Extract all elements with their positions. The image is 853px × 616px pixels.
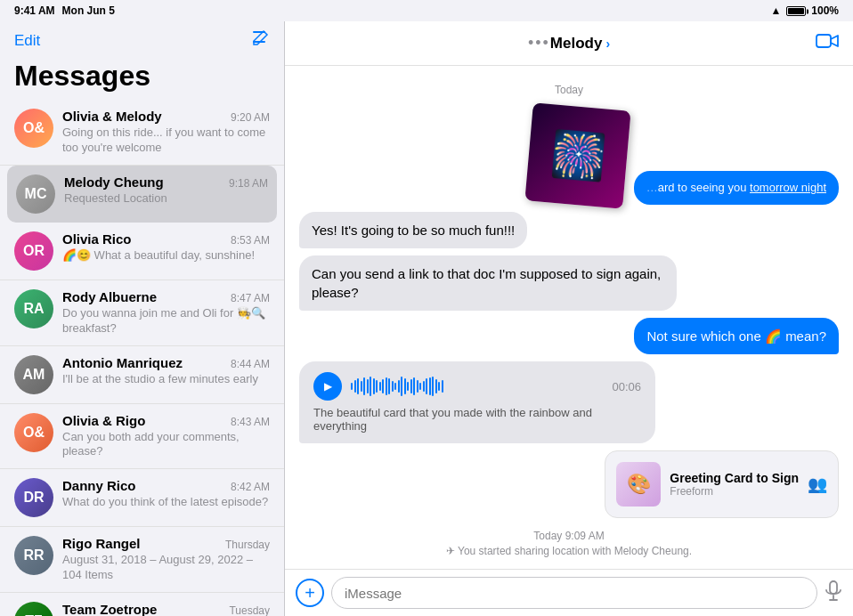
battery-percent: 100%: [811, 4, 839, 17]
conversation-item-antonio-manriquez[interactable]: AM Antonio Manriquez 8:44 AM I'll be at …: [0, 346, 284, 404]
avatar-olivia-rico: OR: [14, 231, 53, 271]
card-attachment[interactable]: 🎨 Greeting Card to Sign Freeform 👥: [605, 450, 839, 518]
conv-content-olivia-melody: Olivia & Melody 9:20 AM Going on this ri…: [62, 109, 270, 156]
conv-content-olivia-rigo: Olivia & Rigo 8:43 AM Can you both add y…: [62, 413, 270, 460]
conv-name-antonio-manriquez: Antonio Manriquez: [62, 355, 183, 370]
status-bar-right: ▲ 100%: [770, 4, 839, 17]
conversation-item-danny-rico[interactable]: DR Danny Rico 8:42 AM What do you think …: [0, 469, 284, 527]
card-thumbnail: 🎨: [616, 462, 661, 507]
status-bar-left: 9:41 AM Mon Jun 5: [14, 4, 115, 17]
app-container: Edit Messages O& Olivia & Melody 9:20 AM: [0, 21, 853, 616]
audio-caption: The beautiful card that you made with th…: [313, 406, 641, 433]
conv-preview-rigo-rangel: August 31, 2018 – August 29, 2022 – 104 …: [62, 553, 270, 583]
status-time: 9:41 AM: [14, 4, 55, 17]
conv-preview-antonio-manriquez: I'll be at the studio a few minutes earl…: [62, 372, 270, 387]
waveform: [351, 376, 603, 397]
chat-panel: ••• Melody › Today 🎆: [285, 21, 853, 616]
conv-time-melody-cheung: 9:18 AM: [229, 177, 268, 190]
bubble-yes: Yes! It's going to be so much fun!!!: [299, 212, 527, 248]
msg-row-incoming-yes: Yes! It's going to be so much fun!!!: [299, 212, 839, 248]
conversation-item-rigo-rangel[interactable]: RR Rigo Rangel Thursday August 31, 2018 …: [0, 527, 284, 593]
conv-time-danny-rico: 8:42 AM: [231, 481, 270, 493]
compose-button[interactable]: [250, 28, 270, 53]
avatar-olivia-melody: O&: [14, 109, 53, 148]
conv-content-antonio-manriquez: Antonio Manriquez 8:44 AM I'll be at the…: [62, 355, 270, 387]
conv-name-rigo-rangel: Rigo Rangel: [62, 536, 141, 551]
bubble-link: Can you send a link to that doc I'm supp…: [299, 255, 677, 311]
photo-card: 🎆: [524, 102, 630, 208]
header-dots: •••: [528, 34, 550, 53]
avatar-antonio-manriquez: AM: [14, 355, 53, 394]
play-button[interactable]: ▶: [313, 372, 342, 401]
audio-controls: ▶: [313, 372, 641, 401]
chat-input-bar: +: [285, 569, 853, 616]
status-bar: 9:41 AM Mon Jun 5 ▲ 100%: [0, 0, 853, 21]
msg-row-outgoing-notsure: Not sure which one 🌈 mean?: [299, 318, 839, 354]
conversation-item-olivia-melody[interactable]: O& Olivia & Melody 9:20 AM Going on this…: [0, 100, 284, 166]
wifi-icon: ▲: [770, 4, 781, 17]
conv-header-antonio-manriquez: Antonio Manriquez 8:44 AM: [62, 355, 270, 370]
msg-row-incoming-link: Can you send a link to that doc I'm supp…: [299, 255, 839, 311]
conv-name-olivia-melody: Olivia & Melody: [62, 109, 162, 124]
conv-header-danny-rico: Danny Rico 8:42 AM: [62, 478, 270, 493]
conv-name-danny-rico: Danny Rico: [62, 478, 136, 493]
conv-name-melody-cheung: Melody Cheung: [64, 174, 164, 190]
microphone-button[interactable]: [825, 580, 842, 606]
chat-messages: Today 🎆 …ard to seeing you tomorrow nigh…: [285, 66, 853, 569]
audio-message-row: ▶: [299, 361, 839, 443]
edit-button[interactable]: Edit: [14, 32, 40, 50]
system-message: Today 9:09 AM ✈ You started sharing loca…: [299, 525, 839, 563]
chat-header-title[interactable]: Melody ›: [550, 35, 610, 53]
conv-preview-rody-albuerne: Do you wanna join me and Oli for 🧑‍🍳🔍 br…: [62, 306, 270, 336]
conv-header-olivia-melody: Olivia & Melody 9:20 AM: [62, 109, 270, 124]
conv-content-team-zoetrope: Team Zoetrope Tuesday Link: "Soapbox Der…: [62, 602, 270, 616]
card-attachment-row: 🎨 Greeting Card to Sign Freeform 👥: [299, 450, 839, 518]
conv-preview-melody-cheung: Requested Location: [64, 191, 268, 207]
partial-text-bubble: …ard to seeing you tomorrow night: [634, 171, 839, 205]
conv-time-olivia-melody: 9:20 AM: [231, 111, 270, 124]
card-title: Greeting Card to Sign: [670, 471, 799, 485]
conv-header-melody-cheung: Melody Cheung 9:18 AM: [64, 174, 268, 190]
avatar-olivia-rigo: O&: [14, 413, 53, 452]
conv-time-rody-albuerne: 8:47 AM: [231, 292, 270, 304]
conv-time-team-zoetrope: Tuesday: [229, 604, 270, 616]
sidebar-title: Messages: [0, 56, 284, 100]
message-input[interactable]: [331, 577, 817, 609]
card-subtitle: Freeform: [670, 485, 799, 498]
photo-message-row: 🎆 …ard to seeing you tomorrow night: [299, 107, 839, 205]
conversation-item-olivia-rico[interactable]: OR Olivia Rico 8:53 AM 🌈😊 What a beautif…: [0, 223, 284, 280]
battery-icon: [786, 4, 806, 17]
conv-name-team-zoetrope: Team Zoetrope: [62, 602, 157, 616]
bubble-notsure: Not sure which one 🌈 mean?: [634, 318, 839, 354]
video-call-button[interactable]: [816, 32, 839, 55]
conv-preview-olivia-rigo: Can you both add your comments, please?: [62, 430, 270, 460]
avatar-melody-cheung: MC: [16, 174, 55, 214]
avatar-danny-rico: DR: [14, 478, 53, 517]
conv-header-olivia-rigo: Olivia & Rigo 8:43 AM: [62, 413, 270, 428]
date-label: Today: [299, 84, 839, 96]
chat-header: ••• Melody ›: [285, 21, 853, 66]
conversation-item-team-zoetrope[interactable]: TZ 6 Team Zoetrope Tuesday Link: "Soapbo…: [0, 593, 284, 616]
conv-name-rody-albuerne: Rody Albuerne: [62, 289, 157, 304]
conv-name-olivia-rico: Olivia Rico: [62, 231, 132, 247]
conversations-list: O& Olivia & Melody 9:20 AM Going on this…: [0, 100, 284, 616]
sidebar: Edit Messages O& Olivia & Melody 9:20 AM: [0, 21, 285, 616]
svg-rect-2: [816, 35, 831, 47]
conv-time-olivia-rico: 8:53 AM: [231, 234, 270, 247]
conv-time-rigo-rangel: Thursday: [225, 539, 270, 551]
conversation-item-rody-albuerne[interactable]: RA Rody Albuerne 8:47 AM Do you wanna jo…: [0, 280, 284, 346]
conv-header-rody-albuerne: Rody Albuerne 8:47 AM: [62, 289, 270, 304]
conv-header-olivia-rico: Olivia Rico 8:53 AM: [62, 231, 270, 247]
avatar-rigo-rangel: RR: [14, 536, 53, 575]
conversation-item-melody-cheung[interactable]: MC Melody Cheung 9:18 AM Requested Locat…: [7, 166, 277, 223]
conv-header-team-zoetrope: Team Zoetrope Tuesday: [62, 602, 270, 616]
conv-content-melody-cheung: Melody Cheung 9:18 AM Requested Location: [64, 174, 268, 207]
sidebar-header: Edit: [0, 21, 284, 56]
add-button[interactable]: +: [296, 579, 324, 607]
conv-content-danny-rico: Danny Rico 8:42 AM What do you think of …: [62, 478, 270, 510]
conv-content-rody-albuerne: Rody Albuerne 8:47 AM Do you wanna join …: [62, 289, 270, 336]
conversation-item-olivia-rigo[interactable]: O& Olivia & Rigo 8:43 AM Can you both ad…: [0, 404, 284, 470]
audio-duration: 00:06: [612, 380, 641, 393]
conv-preview-olivia-melody: Going on this ride... if you want to com…: [62, 126, 270, 156]
conv-content-olivia-rico: Olivia Rico 8:53 AM 🌈😊 What a beautiful …: [62, 231, 270, 263]
